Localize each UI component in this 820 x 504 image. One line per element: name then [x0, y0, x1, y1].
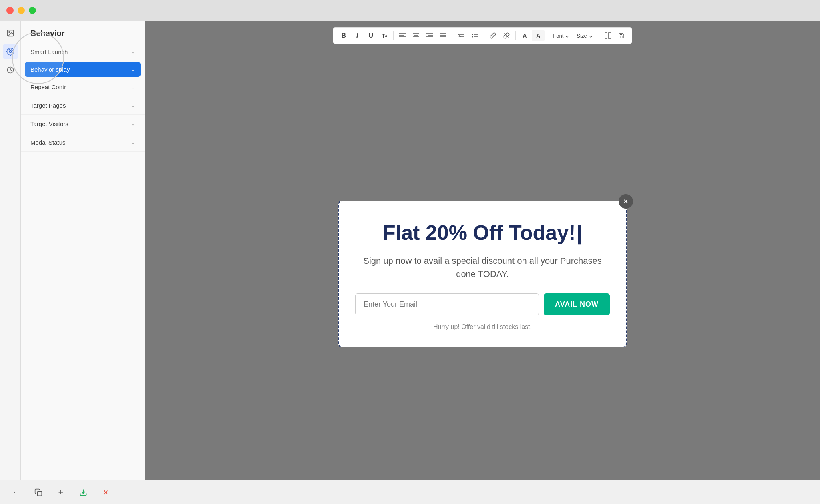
nav-item-label: Smart Launch: [30, 48, 68, 55]
italic-button[interactable]: I: [351, 30, 364, 41]
toolbar-divider: [393, 31, 394, 40]
toolbar-divider-4: [515, 31, 516, 40]
nav-item-label: Target Pages: [30, 102, 66, 109]
chevron-down-icon: ⌄: [131, 103, 135, 108]
underline-button[interactable]: U: [364, 30, 377, 41]
nav-item-behavior-display[interactable]: Behavior splay ⌄: [25, 62, 141, 77]
add-icon: +: [58, 487, 64, 498]
size-label: Size: [577, 33, 587, 39]
sidebar-icons: [0, 21, 21, 504]
chevron-down-icon: ⌄: [131, 140, 135, 145]
nav-item-label: Target Visitors: [30, 120, 68, 127]
modal-footer-text: Hurry up! Offer valid till stocks last.: [355, 323, 610, 331]
svg-rect-28: [605, 32, 607, 39]
bold-button[interactable]: B: [337, 30, 350, 41]
close-window-button[interactable]: [6, 7, 14, 14]
main-area: B I U Tx 1.: [145, 21, 820, 504]
svg-point-24: [472, 36, 473, 38]
chevron-down-icon: ⌄: [131, 49, 135, 55]
nav-item-repeat-control[interactable]: Repeat Contr ⌄: [21, 78, 145, 96]
bottom-bar: ← +: [0, 480, 820, 504]
maximize-window-button[interactable]: [29, 7, 36, 14]
svg-point-23: [472, 34, 473, 35]
toolbar-divider-6: [599, 31, 599, 40]
avail-now-button[interactable]: AVAIL NOW: [544, 293, 610, 315]
modal-subtitle[interactable]: Sign up now to avail a special discount …: [355, 254, 610, 281]
canvas-area: × Flat 20% Off Today! Sign up now to ava…: [145, 44, 820, 504]
close-button[interactable]: [99, 486, 112, 499]
strikethrough-button[interactable]: Tx: [378, 30, 391, 41]
toolbar: B I U Tx 1.: [333, 27, 632, 44]
align-right-button[interactable]: [423, 30, 436, 41]
email-input[interactable]: [355, 293, 539, 315]
nav-item-label: Repeat Contr: [30, 84, 66, 90]
svg-rect-29: [609, 32, 611, 39]
toolbar-divider-2: [452, 31, 452, 40]
font-chevron-icon: ⌄: [565, 33, 569, 39]
highlight-color-button[interactable]: A: [532, 30, 545, 41]
columns-button[interactable]: [601, 30, 614, 41]
back-icon: ←: [12, 488, 20, 496]
toolbar-divider-3: [484, 31, 484, 40]
duplicate-button[interactable]: [32, 486, 45, 499]
text-color-button[interactable]: A: [518, 30, 531, 41]
modal-form: AVAIL NOW: [355, 293, 610, 315]
minimize-window-button[interactable]: [18, 7, 25, 14]
chevron-down-icon: ⌄: [131, 67, 135, 72]
save-button[interactable]: [615, 30, 628, 41]
link-button[interactable]: [486, 30, 499, 41]
titlebar: [0, 0, 820, 21]
app-container: Behavior Smart Launch ⌄ Behavior splay ⌄…: [0, 21, 820, 504]
chevron-down-icon: ⌄: [131, 121, 135, 127]
sidebar-icon-history[interactable]: [3, 62, 18, 78]
nav-item-target-pages[interactable]: Target Pages ⌄: [21, 96, 145, 115]
toolbar-divider-5: [547, 31, 547, 40]
nav-item-smart-launch[interactable]: Smart Launch ⌄: [21, 43, 145, 61]
nav-item-label: Modal Status: [30, 139, 66, 146]
ordered-list-button[interactable]: 1.: [455, 30, 468, 41]
left-panel: Behavior Smart Launch ⌄ Behavior splay ⌄…: [21, 21, 145, 504]
unlink-button[interactable]: [500, 30, 513, 41]
align-center-button[interactable]: [410, 30, 422, 41]
add-button[interactable]: +: [54, 486, 67, 499]
panel-title: Behavior: [21, 21, 145, 43]
align-left-button[interactable]: [396, 30, 409, 41]
modal-title[interactable]: Flat 20% Off Today!: [355, 221, 610, 244]
align-justify-button[interactable]: [437, 30, 450, 41]
download-button[interactable]: [77, 486, 90, 499]
nav-item-target-visitors[interactable]: Target Visitors ⌄: [21, 115, 145, 133]
unordered-list-button[interactable]: [468, 30, 481, 41]
font-dropdown[interactable]: Font ⌄: [550, 31, 573, 40]
size-chevron-icon: ⌄: [589, 33, 593, 39]
font-label: Font: [553, 33, 563, 39]
back-button[interactable]: ←: [10, 486, 22, 499]
chevron-down-icon: ⌄: [131, 84, 135, 90]
close-icon: ×: [624, 197, 628, 206]
nav-item-label: Behavior splay: [30, 66, 70, 73]
svg-point-2: [9, 51, 11, 53]
size-dropdown[interactable]: Size ⌄: [573, 31, 596, 40]
sidebar-icon-settings[interactable]: [3, 44, 18, 59]
svg-rect-30: [38, 491, 42, 496]
modal-close-button[interactable]: ×: [619, 194, 633, 209]
sidebar-icon-image[interactable]: [3, 26, 18, 41]
nav-item-modal-status[interactable]: Modal Status ⌄: [21, 133, 145, 152]
svg-point-1: [8, 32, 9, 33]
popup-modal: × Flat 20% Off Today! Sign up now to ava…: [338, 201, 627, 347]
